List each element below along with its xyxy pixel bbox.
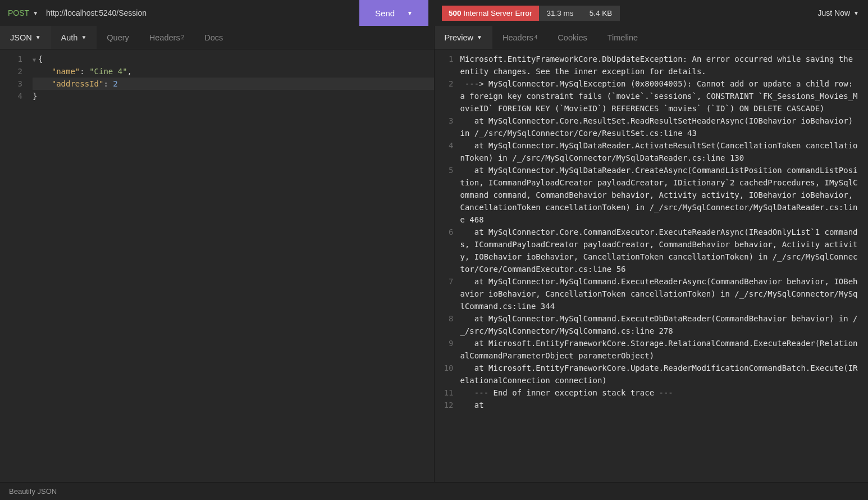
response-line: 4 at MySqlConnector.MySqlDataReader.Acti…: [435, 139, 862, 164]
status-text: Internal Server Error: [463, 9, 532, 17]
tab-query-label: Query: [107, 33, 129, 42]
response-line-text: at MySqlConnector.Core.CommandExecutor.E…: [460, 226, 862, 275]
tab-preview-label: Preview: [445, 33, 474, 42]
chevron-down-icon: ▼: [477, 34, 482, 40]
response-line: 5 at MySqlConnector.MySqlDataReader.Crea…: [435, 164, 862, 226]
response-body[interactable]: 1Microsoft.EntityFrameworkCore.DbUpdateE…: [435, 49, 869, 482]
response-line: 8 at MySqlConnector.MySqlCommand.Execute…: [435, 312, 862, 337]
response-line-number: 12: [435, 399, 460, 411]
tab-docs-label: Docs: [204, 33, 223, 42]
response-line-text: at MySqlConnector.MySqlDataReader.Activa…: [460, 139, 862, 164]
response-line: 6 at MySqlConnector.Core.CommandExecutor…: [435, 226, 862, 275]
split-panes: JSON ▼ Auth ▼ Query Headers 2 Docs: [0, 26, 868, 482]
response-line: 7 at MySqlConnector.MySqlCommand.Execute…: [435, 275, 862, 312]
response-line: 12 at: [435, 399, 862, 411]
app-root: POST ▼ Send ▼ 500 Internal Server Error …: [0, 0, 868, 500]
tab-cookies-label: Cookies: [558, 33, 587, 42]
response-line-text: at MySqlConnector.MySqlCommand.ExecuteDb…: [460, 312, 862, 337]
footer-right: [438, 482, 868, 500]
tab-resp-headers[interactable]: Headers 4: [492, 26, 547, 49]
request-pane: JSON ▼ Auth ▼ Query Headers 2 Docs: [0, 26, 435, 482]
tab-query[interactable]: Query: [97, 26, 139, 49]
beautify-label: Beautify JSON: [9, 487, 57, 496]
tab-headers-label: Headers: [149, 33, 180, 42]
tab-timeline[interactable]: Timeline: [597, 26, 648, 49]
chevron-down-icon: ▼: [33, 10, 38, 16]
response-line-text: at MySqlConnector.MySqlCommand.ExecuteRe…: [460, 275, 862, 312]
response-line: 3 at MySqlConnector.Core.ResultSet.ReadR…: [435, 115, 862, 139]
size-pill: 5.4 KB: [582, 6, 620, 21]
response-line-text: at Microsoft.EntityFrameworkCore.Storage…: [460, 337, 862, 362]
response-line-number: 5: [435, 164, 460, 226]
response-pane: Preview ▼ Headers 4 Cookies Timeline 1Mi…: [435, 26, 869, 482]
request-bar: POST ▼ Send ▼: [0, 0, 434, 26]
chevron-down-icon: ▼: [81, 34, 86, 40]
response-line: 10 at Microsoft.EntityFrameworkCore.Upda…: [435, 362, 862, 387]
url-input[interactable]: [46, 8, 359, 17]
history-time[interactable]: Just Now ▼: [818, 8, 859, 17]
tab-auth-label: Auth: [61, 33, 78, 42]
response-line-text: at MySqlConnector.Core.ResultSet.ReadRes…: [460, 115, 862, 139]
response-line-number: 11: [435, 387, 460, 399]
tab-body-label: JSON: [10, 33, 32, 42]
tab-headers[interactable]: Headers 2: [139, 26, 194, 49]
response-line-text: at MySqlConnector.MySqlDataReader.Create…: [460, 164, 862, 226]
response-line-number: 10: [435, 362, 460, 387]
status-badge: 500 Internal Server Error: [442, 6, 539, 21]
response-line: 11 --- End of inner exception stack trac…: [435, 387, 862, 399]
tab-body[interactable]: JSON ▼: [0, 26, 51, 49]
response-line-text: ---> MySqlConnector.MySqlException (0x80…: [460, 78, 862, 115]
response-line-number: 6: [435, 226, 460, 275]
response-tabs: Preview ▼ Headers 4 Cookies Timeline: [435, 26, 869, 49]
status-bar: 500 Internal Server Error 31.3 ms 5.4 KB…: [434, 0, 868, 26]
tab-resp-headers-label: Headers: [502, 33, 533, 42]
tab-timeline-label: Timeline: [607, 33, 638, 42]
response-line: 2 ---> MySqlConnector.MySqlException (0x…: [435, 78, 862, 115]
response-line-number: 3: [435, 115, 460, 139]
response-line-number: 2: [435, 78, 460, 115]
response-line-number: 9: [435, 337, 460, 362]
tab-cookies[interactable]: Cookies: [547, 26, 597, 49]
when-label: Just Now: [818, 8, 851, 17]
method-label: POST: [8, 8, 29, 17]
chevron-down-icon: ▼: [407, 10, 413, 16]
request-body-editor[interactable]: 1234 ▼{ "name": "Cine 4", "addressId": 2…: [0, 49, 434, 482]
response-line-text: at: [460, 399, 862, 411]
top-row: POST ▼ Send ▼ 500 Internal Server Error …: [0, 0, 868, 26]
status-code: 500: [449, 9, 462, 17]
response-line-number: 1: [435, 53, 460, 78]
time-pill: 31.3 ms: [539, 6, 582, 21]
response-line-number: 8: [435, 312, 460, 337]
footer-row: Beautify JSON: [0, 482, 868, 500]
chevron-down-icon: ▼: [853, 10, 859, 16]
tab-auth[interactable]: Auth ▼: [51, 26, 97, 49]
response-line: 9 at Microsoft.EntityFrameworkCore.Stora…: [435, 337, 862, 362]
send-label: Send: [375, 8, 395, 18]
response-line-text: --- End of inner exception stack trace -…: [460, 387, 862, 399]
method-select[interactable]: POST ▼: [8, 8, 38, 17]
tab-docs[interactable]: Docs: [194, 26, 233, 49]
tab-headers-count: 2: [181, 34, 185, 40]
tab-resp-headers-count: 4: [534, 34, 538, 40]
send-button[interactable]: Send ▼: [359, 0, 428, 26]
response-line-number: 7: [435, 275, 460, 312]
code-area[interactable]: ▼{ "name": "Cine 4", "addressId": 2 }: [28, 53, 434, 482]
beautify-json[interactable]: Beautify JSON: [0, 482, 438, 500]
chevron-down-icon: ▼: [35, 34, 41, 40]
line-gutter: 1234: [0, 53, 28, 482]
response-line: 1Microsoft.EntityFrameworkCore.DbUpdateE…: [435, 53, 862, 78]
request-tabs: JSON ▼ Auth ▼ Query Headers 2 Docs: [0, 26, 434, 49]
response-line-text: at Microsoft.EntityFrameworkCore.Update.…: [460, 362, 862, 387]
response-line-text: Microsoft.EntityFrameworkCore.DbUpdateEx…: [460, 53, 862, 78]
tab-preview[interactable]: Preview ▼: [435, 26, 492, 49]
response-line-number: 4: [435, 139, 460, 164]
